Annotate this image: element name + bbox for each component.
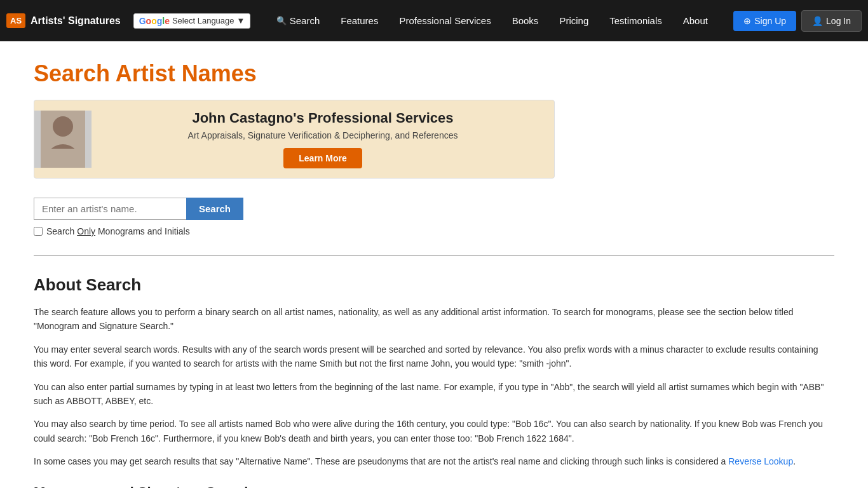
login-button[interactable]: 👤 Log In — [801, 10, 862, 32]
nav-item-testimonials[interactable]: Testimonials — [600, 10, 671, 31]
signup-button[interactable]: ⊕ Sign Up — [733, 11, 796, 31]
nav-label-features: Features — [341, 15, 378, 26]
logo-name: Artists' Signatures — [31, 15, 121, 27]
login-icon: 👤 — [812, 16, 823, 26]
search-button[interactable]: Search — [186, 198, 243, 220]
promo-banner: John Castagno's Professional Services Ar… — [34, 100, 555, 179]
about-search-heading: About Search — [34, 275, 834, 295]
search-icon: 🔍 — [276, 16, 287, 25]
auth-buttons: ⊕ Sign Up 👤 Log In — [733, 10, 862, 32]
nav-label-pricing: Pricing — [559, 15, 588, 26]
person-image — [41, 111, 85, 168]
nav-item-professional-services[interactable]: Professional Services — [390, 10, 499, 31]
monogram-section: Monogram and Signature Search You may se… — [34, 484, 834, 488]
banner-content: John Castagno's Professional Services Ar… — [92, 100, 554, 178]
svg-point-1 — [53, 116, 73, 137]
signup-label: Sign Up — [754, 16, 786, 26]
search-area: Search Search Only Monograms and Initial… — [34, 198, 555, 236]
about-para-1: The search feature allows you to perform… — [34, 305, 834, 334]
main-content: Search Artist Names John Castagno's Prof… — [21, 41, 847, 488]
nav-label-testimonials: Testimonials — [609, 15, 662, 26]
login-label: Log In — [826, 16, 851, 26]
page-title: Search Artist Names — [34, 60, 834, 87]
nav-item-pricing[interactable]: Pricing — [550, 10, 597, 31]
banner-image — [34, 111, 92, 168]
about-para-5: In some cases you may get search results… — [34, 454, 834, 468]
nav-label-about: About — [683, 15, 708, 26]
nav-label-professional-services: Professional Services — [399, 15, 491, 26]
nav-label-search: Search — [290, 15, 320, 26]
translate-label: Select Language — [172, 16, 234, 25]
monogram-prefix: Search — [46, 226, 77, 236]
google-logo: Google — [139, 16, 170, 26]
about-para-5-pre: In some cases you may get search results… — [34, 456, 728, 466]
monogram-suffix: Monograms and Initials — [95, 226, 190, 236]
topbar-left: AS Artists' Signatures Google Select Lan… — [6, 13, 250, 29]
nav-item-books[interactable]: Books — [503, 10, 548, 31]
nav-label-books: Books — [512, 15, 539, 26]
banner-title: John Castagno's Professional Services — [104, 110, 541, 126]
main-nav: 🔍 Search Features Professional Services … — [268, 10, 717, 31]
logo-link[interactable]: AS Artists' Signatures — [6, 13, 121, 28]
nav-item-features[interactable]: Features — [332, 10, 387, 31]
about-para-5-post: . — [793, 456, 796, 466]
search-row: Search — [34, 198, 555, 220]
monogram-label: Search Only Monograms and Initials — [46, 226, 190, 236]
search-input[interactable] — [34, 198, 186, 220]
logo-abbr: AS — [6, 13, 25, 28]
monogram-only-text: Only — [77, 226, 95, 236]
about-para-2: You may enter several search words. Resu… — [34, 342, 834, 371]
monogram-heading: Monogram and Signature Search — [34, 484, 834, 488]
nav-item-search[interactable]: 🔍 Search — [268, 10, 329, 31]
google-translate-widget[interactable]: Google Select Language ▼ — [133, 13, 251, 29]
banner-subtitle: Art Appraisals, Signature Verification &… — [104, 130, 541, 140]
monogram-only-checkbox[interactable] — [34, 227, 43, 236]
monogram-filter-row: Search Only Monograms and Initials — [34, 226, 555, 236]
section-divider — [34, 255, 834, 256]
topbar: AS Artists' Signatures Google Select Lan… — [0, 0, 868, 41]
about-para-3: You can also enter partial surnames by t… — [34, 380, 834, 409]
about-para-4: You may also search by time period. To s… — [34, 417, 834, 445]
reverse-lookup-link[interactable]: Reverse Lookup — [728, 456, 793, 466]
translate-dropdown-icon: ▼ — [237, 16, 245, 25]
svg-rect-3 — [47, 149, 79, 168]
banner-learn-more-button[interactable]: Learn More — [283, 148, 362, 168]
nav-item-about[interactable]: About — [674, 10, 717, 31]
signup-icon: ⊕ — [743, 16, 751, 26]
about-search-section: About Search The search feature allows y… — [34, 275, 834, 469]
